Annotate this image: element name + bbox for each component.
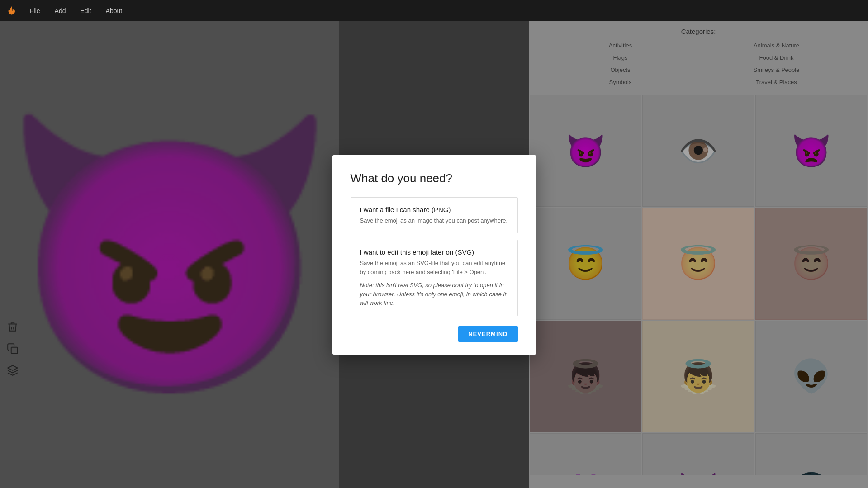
option-png-desc: Save the emoji as an image that you can … [360, 216, 508, 225]
menu-edit[interactable]: Edit [74, 5, 97, 17]
option-svg-desc: Save the emoji as an SVG-file that you c… [360, 259, 508, 276]
dialog-footer: NEVERMIND [351, 326, 518, 342]
option-svg-card[interactable]: I want to edit this emoji later on (SVG)… [351, 240, 518, 316]
option-svg-title: I want to edit this emoji later on (SVG) [360, 248, 508, 256]
nevermind-button[interactable]: NEVERMIND [458, 326, 517, 342]
option-svg-note: Note: this isn't real SVG, so please don… [360, 281, 508, 308]
option-png-card[interactable]: I want a file I can share (PNG) Save the… [351, 197, 518, 234]
menu-add[interactable]: Add [48, 5, 72, 17]
dialog-title: What do you need? [351, 171, 518, 185]
modal-overlay: What do you need? I want a file I can sh… [0, 21, 868, 488]
menu-bar: File Add Edit About [0, 0, 868, 21]
option-png-title: I want a file I can share (PNG) [360, 206, 508, 213]
menu-file[interactable]: File [24, 5, 47, 17]
app-logo [5, 5, 18, 17]
save-dialog: What do you need? I want a file I can sh… [332, 155, 536, 355]
menu-about[interactable]: About [100, 5, 129, 17]
